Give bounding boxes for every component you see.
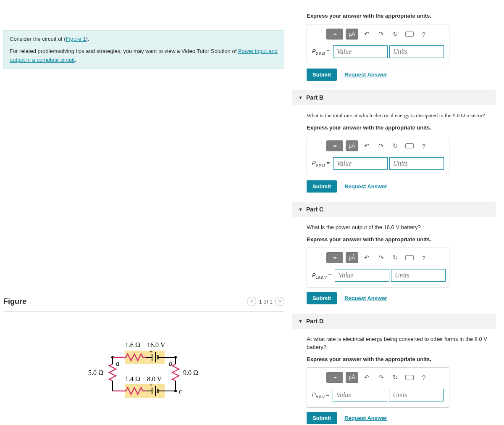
part-a-hint: Express your answer with the appropriate… xyxy=(292,0,496,19)
variable-label: P9.0 Ω = xyxy=(312,160,331,167)
variable-label: P5.0 Ω = xyxy=(312,48,331,55)
part-d-prompt: At what rate is electrical energy being … xyxy=(292,329,496,351)
part-c-header[interactable]: ▼ Part C xyxy=(292,202,496,217)
request-answer-link[interactable]: Request Answer xyxy=(344,71,387,78)
redo-button[interactable]: ↷ xyxy=(375,29,387,40)
units-input[interactable] xyxy=(389,45,444,58)
special-char-button[interactable]: µÅ xyxy=(346,140,358,151)
pager-prev-button[interactable]: < xyxy=(247,297,256,306)
reset-button[interactable]: ↻ xyxy=(389,252,401,263)
units-input[interactable] xyxy=(391,269,446,282)
problem-info-box: Consider the circuit of (Figure 1). For … xyxy=(3,30,284,69)
part-d-title: Part D xyxy=(306,318,323,325)
pager-next-button[interactable]: > xyxy=(275,297,284,306)
part-b-hint: Express your answer with the appropriate… xyxy=(292,120,496,131)
reset-button[interactable]: ↻ xyxy=(389,140,401,151)
units-input[interactable] xyxy=(389,389,444,401)
part-d-header[interactable]: ▼ Part D xyxy=(292,314,496,329)
help-button[interactable]: ? xyxy=(418,252,430,263)
svg-text:c: c xyxy=(179,388,182,395)
special-char-button[interactable]: µÅ xyxy=(346,372,358,383)
svg-text:8.0 V: 8.0 V xyxy=(147,375,162,383)
keyboard-button[interactable] xyxy=(404,140,415,151)
template-picker-button[interactable]: ▫▪ xyxy=(326,29,343,40)
svg-text:+: + xyxy=(150,382,152,388)
value-input[interactable] xyxy=(333,157,388,170)
part-c-answer-box: ▫▪ µÅ ↶ ↷ ↻ ? P16.0 V = xyxy=(307,248,449,288)
part-c-prompt: What is the power output of the 16.0 V b… xyxy=(292,217,496,232)
value-input[interactable] xyxy=(335,269,389,282)
variable-label: P16.0 V = xyxy=(312,272,333,280)
submit-button[interactable]: Submit xyxy=(307,292,337,304)
figure-pager: < 1 of 1 > xyxy=(247,297,284,306)
figure-link[interactable]: Figure 1 xyxy=(66,36,86,42)
template-picker-button[interactable]: ▫▪ xyxy=(326,140,343,151)
caret-down-icon: ▼ xyxy=(298,95,303,100)
submit-button[interactable]: Submit xyxy=(307,69,337,81)
svg-text:b: b xyxy=(169,360,172,367)
svg-text:9.0 Ω: 9.0 Ω xyxy=(183,369,198,376)
units-input[interactable] xyxy=(389,157,444,170)
reset-button[interactable]: ↻ xyxy=(389,372,401,383)
help-button[interactable]: ? xyxy=(418,29,430,40)
svg-text:1.6 Ω: 1.6 Ω xyxy=(125,341,140,348)
help-button[interactable]: ? xyxy=(418,372,430,383)
redo-button[interactable]: ↷ xyxy=(375,140,387,151)
template-picker-button[interactable]: ▫▪ xyxy=(326,372,343,383)
undo-button[interactable]: ↶ xyxy=(361,372,373,383)
variable-label: P8.0 V = xyxy=(312,391,331,399)
help-button[interactable]: ? xyxy=(418,140,430,151)
part-c-title: Part C xyxy=(306,206,323,213)
svg-text:1.4 Ω: 1.4 Ω xyxy=(125,375,140,383)
part-b-answer-box: ▫▪ µÅ ↶ ↷ ↻ ? P9.0 Ω = xyxy=(307,136,449,176)
svg-text:5.0 Ω: 5.0 Ω xyxy=(88,369,103,376)
info-text: For related problemsolving tips and stra… xyxy=(10,48,238,54)
caret-down-icon: ▼ xyxy=(298,319,303,324)
keyboard-button[interactable] xyxy=(404,29,415,40)
part-b-header[interactable]: ▼ Part B xyxy=(292,90,496,105)
part-b-prompt: What is the total rate at which electric… xyxy=(292,105,496,120)
redo-button[interactable]: ↷ xyxy=(375,372,387,383)
part-a-answer-box: ▫▪ µÅ ↶ ↷ ↻ ? P5.0 Ω = xyxy=(307,24,449,64)
svg-text:+: + xyxy=(150,348,152,354)
request-answer-link[interactable]: Request Answer xyxy=(344,183,387,190)
info-text: ). xyxy=(86,36,89,42)
part-c-hint: Express your answer with the appropriate… xyxy=(292,232,496,243)
undo-button[interactable]: ↶ xyxy=(361,140,373,151)
keyboard-button[interactable] xyxy=(404,252,415,263)
svg-text:a: a xyxy=(116,360,119,367)
part-b-title: Part B xyxy=(306,94,323,101)
request-answer-link[interactable]: Request Answer xyxy=(344,295,387,301)
template-picker-button[interactable]: ▫▪ xyxy=(326,252,343,263)
special-char-button[interactable]: µÅ xyxy=(346,29,358,40)
info-text: . xyxy=(75,57,76,63)
submit-button[interactable]: Submit xyxy=(307,412,337,424)
redo-button[interactable]: ↷ xyxy=(375,252,387,263)
caret-down-icon: ▼ xyxy=(298,207,303,212)
special-char-button[interactable]: µÅ xyxy=(346,252,358,263)
part-d-answer-box: ▫▪ µÅ ↶ ↷ ↻ ? P8.0 V = xyxy=(307,367,449,408)
undo-button[interactable]: ↶ xyxy=(361,29,373,40)
part-d-hint: Express your answer with the appropriate… xyxy=(292,352,496,362)
value-input[interactable] xyxy=(333,45,388,58)
value-input[interactable] xyxy=(333,389,387,401)
info-text: Consider the circuit of ( xyxy=(10,36,66,42)
circuit-diagram: + + xyxy=(0,328,288,412)
svg-text:16.0 V: 16.0 V xyxy=(147,341,165,348)
figure-title: Figure xyxy=(3,297,26,306)
submit-button[interactable]: Submit xyxy=(307,180,337,193)
undo-button[interactable]: ↶ xyxy=(361,252,373,263)
pager-text: 1 of 1 xyxy=(259,298,273,305)
reset-button[interactable]: ↻ xyxy=(389,29,401,40)
keyboard-button[interactable] xyxy=(404,372,415,383)
request-answer-link[interactable]: Request Answer xyxy=(344,415,387,421)
